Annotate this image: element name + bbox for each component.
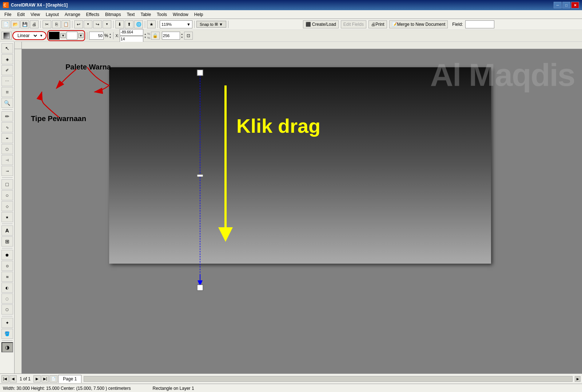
paintbucket-tool-btn[interactable]: 🪣 (1, 329, 13, 339)
gradient-type-dropdown[interactable]: Linear Radial Conical Square (16, 33, 38, 39)
blend-tool-btn[interactable]: ⬟ (1, 250, 13, 260)
tool-sep2 (2, 177, 13, 178)
scroll-right-btn[interactable]: ▶ (575, 376, 581, 382)
main-content: ↖ ◈ ✐ ⋯ ⌗ 🔍 ✏ ∿ ✒ ⬡ ⊣ ⊸ □ ○ ◇ ★ A ⊞ ⬟ ⊙ … (0, 42, 582, 373)
field-input[interactable] (465, 20, 494, 28)
smudge-tool-btn[interactable]: ✐ (1, 65, 13, 75)
gradient-type-selector[interactable]: Linear Radial Conical Square ▼ (12, 31, 47, 40)
page-nav-area: |◀ ◀ 1 of 1 ▶ ▶| 📄 Page 1 ▶ (0, 373, 582, 384)
pen-tool-btn[interactable]: ✒ (1, 133, 13, 143)
snap-dropdown: ▼ (219, 22, 223, 27)
menu-table[interactable]: Table (137, 11, 154, 18)
prev-page-btn[interactable]: ◀ (9, 375, 17, 383)
zoom-tool-btn[interactable]: 🔍 (1, 98, 13, 108)
rectangle-tool-btn[interactable]: □ (1, 179, 13, 189)
distort-tool-btn[interactable]: ≋ (1, 272, 13, 282)
snap-button[interactable]: Snap to ⊞ ▼ (196, 21, 226, 28)
extrude-tool-btn[interactable]: ⬡ (1, 304, 13, 315)
undo-button[interactable]: ↩ (74, 20, 83, 28)
shadow-tool-btn[interactable]: ◐ (1, 283, 13, 293)
menu-layout[interactable]: Layout (43, 11, 62, 18)
ellipse-tool-btn[interactable]: ○ (1, 190, 13, 200)
print-btn[interactable]: 🖨 (30, 20, 39, 28)
polygon-tool-btn[interactable]: ◇ (1, 201, 13, 211)
minimize-button[interactable]: ─ (554, 2, 562, 8)
connector-tool-btn[interactable]: ⊸ (1, 166, 13, 176)
page1-tab-label: Page 1 (63, 376, 77, 381)
polyline-tool-btn[interactable]: ⬡ (1, 144, 13, 154)
swatch-dropdown[interactable]: ▼ (60, 33, 66, 38)
merge-button[interactable]: 📝 Merge to New Document (389, 20, 448, 28)
first-page-btn[interactable]: |◀ (1, 375, 9, 383)
lock-proportions[interactable]: 🔒 (151, 32, 160, 40)
x-input[interactable] (120, 29, 143, 36)
paste-button[interactable]: 📋 (61, 20, 70, 28)
menu-arrange[interactable]: Arrange (62, 11, 83, 18)
x-coord-control: X: ▲▼ %% (115, 29, 150, 43)
menu-tools[interactable]: Tools (154, 11, 170, 18)
menu-view[interactable]: View (28, 11, 43, 18)
maximize-button[interactable]: □ (562, 2, 570, 8)
svg-rect-3 (22, 42, 582, 49)
shape-tool-btn[interactable]: ◈ (1, 54, 13, 64)
menu-help[interactable]: Help (191, 11, 206, 18)
welcome-button[interactable]: ★ (147, 20, 156, 28)
open-button[interactable]: 📂 (11, 20, 20, 28)
fill-type-icon[interactable] (1, 32, 12, 40)
save-button[interactable]: 💾 (20, 20, 29, 28)
page1-tab[interactable]: Page 1 (58, 375, 81, 383)
publish-button[interactable]: 🌐 (134, 20, 143, 28)
coord-spinner[interactable]: ▲▼ (144, 32, 147, 39)
canvas-area[interactable]: Al Maqdis (22, 49, 582, 373)
next-page-btn[interactable]: ▶ (33, 375, 41, 383)
width-value[interactable] (162, 32, 180, 40)
crop-tool-btn[interactable]: ⌗ (1, 87, 13, 97)
midpoint-input[interactable] (89, 32, 104, 40)
smartdraw-tool-btn[interactable]: ∿ (1, 122, 13, 132)
end-swatch-dropdown[interactable]: ▼ (78, 33, 84, 38)
add-page-btn[interactable]: 📄 (49, 375, 57, 383)
start-color-swatch[interactable] (49, 32, 60, 40)
y-input[interactable] (120, 36, 143, 43)
menu-file[interactable]: File (1, 11, 14, 18)
sep2 (72, 21, 72, 28)
undo-dropdown[interactable]: ▼ (84, 20, 92, 28)
menu-window[interactable]: Window (170, 11, 191, 18)
roughen-tool-btn[interactable]: ⋯ (1, 76, 13, 86)
edit-fields-button[interactable]: Edit Fields (341, 20, 366, 28)
dimension-tool-btn[interactable]: ⊣ (1, 155, 13, 165)
table-tool-btn[interactable]: ⊞ (1, 236, 13, 247)
redo-button[interactable]: ↪ (93, 20, 102, 28)
top-toolbars: 📄 📂 💾 🖨 ✂ ⎘ 📋 ↩ ▼ ↪ ▼ ⬇ ⬆ 🌐 ★ 119% ▼ Sna… (0, 19, 582, 42)
copy-button[interactable]: ⎘ (52, 20, 61, 28)
cut-button[interactable]: ✂ (43, 20, 51, 28)
menu-effects[interactable]: Effects (83, 11, 102, 18)
menu-bitmaps[interactable]: Bitmaps (102, 11, 124, 18)
select-tool-btn[interactable]: ↖ (1, 43, 13, 53)
redo-dropdown[interactable]: ▼ (103, 20, 111, 28)
merge-icon: 📝 (392, 22, 397, 27)
basic-shapes-btn[interactable]: ★ (1, 212, 13, 222)
menu-text[interactable]: Text (124, 11, 137, 18)
new-button[interactable]: 📄 (1, 20, 10, 28)
create-load-button[interactable]: ⬛ Create/Load (303, 20, 339, 28)
close-button[interactable]: ✕ (571, 2, 579, 8)
zoom-control[interactable]: 119% ▼ (160, 20, 192, 28)
midpoint-spinner[interactable]: ▲▼ (109, 32, 111, 39)
size-spinner[interactable]: ▲▼ (181, 32, 183, 39)
svg-rect-2 (4, 33, 9, 39)
interactive-fill-tool-btn[interactable]: ◑ (1, 342, 13, 352)
freehand-tool-btn[interactable]: ✏ (1, 111, 13, 121)
horizontal-scrollbar[interactable] (84, 376, 573, 382)
export-button[interactable]: ⬆ (125, 20, 133, 28)
end-color-swatch[interactable] (67, 32, 77, 40)
contour-tool-btn[interactable]: ⊙ (1, 261, 13, 271)
copy-properties[interactable]: ⊡ (184, 32, 193, 40)
menu-edit[interactable]: Edit (14, 11, 28, 18)
last-page-btn[interactable]: ▶| (41, 375, 49, 383)
envelope-tool-btn[interactable]: ◌ (1, 293, 13, 304)
import-button[interactable]: ⬇ (115, 20, 124, 28)
print-toolbar-button[interactable]: 🖨 Print (368, 20, 387, 28)
text-tool-btn[interactable]: A (1, 225, 13, 236)
eyedropper-tool-btn[interactable]: ✦ (1, 318, 13, 328)
